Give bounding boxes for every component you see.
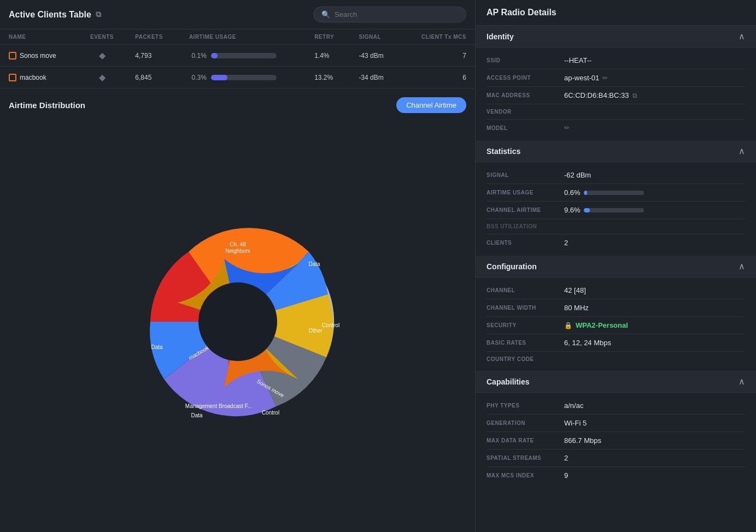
vendor-label: VENDOR — [487, 109, 558, 115]
airtime-cell: 0.1% — [180, 45, 306, 67]
client-name-cell: Sonos move — [0, 45, 78, 67]
search-icon: 🔍 — [321, 10, 330, 19]
channel-row: CHANNEL 42 [48] — [487, 282, 745, 299]
ap-edit-icon[interactable]: ✏ — [602, 74, 608, 82]
label-mgmt: Management Broadcast F... — [185, 403, 251, 409]
max-data-rate-value: 866.7 Mbps — [564, 436, 601, 445]
col-signal: SIGNAL — [350, 29, 400, 45]
security-label: SECURITY — [487, 322, 558, 328]
max-data-rate-label: MAX DATA RATE — [487, 438, 558, 444]
right-panel: AP Radio Details Identity ∧ SSID --HEAT-… — [476, 0, 756, 532]
mac-copy-icon[interactable]: ⧉ — [632, 92, 637, 99]
generation-label: GENERATION — [487, 420, 558, 426]
channel-airtime-label: CHANNEL AIRTIME — [487, 207, 558, 213]
label-control-right: Control — [321, 322, 339, 328]
col-events: EVENTS — [78, 29, 127, 45]
spatial-streams-row: SPATIAL STREAMS 2 — [487, 450, 745, 467]
airtime-bar-fill — [211, 75, 227, 80]
channel-label: CHANNEL — [487, 287, 558, 293]
stats-title: Statistics — [487, 147, 520, 156]
basic-rates-value: 6, 12, 24 Mbps — [564, 339, 611, 347]
security-value: 🔒 WPA2-Personal — [564, 321, 628, 329]
capabilities-section-header[interactable]: Capabilities ∧ — [476, 371, 756, 393]
label-control2: Control — [261, 410, 279, 416]
search-bar[interactable]: 🔍 — [313, 7, 466, 22]
left-title: Active Clients Table ⧉ — [9, 10, 101, 20]
channel-airtime-value: 9.6% — [564, 206, 644, 214]
lock-icon: 🔒 — [564, 322, 572, 329]
clients-value: 2 — [564, 239, 568, 247]
ap-row: ACCESS POINT ap-west-01 ✏ — [487, 69, 745, 87]
svg-text:Neighbors: Neighbors — [225, 248, 250, 254]
stats-chevron: ∧ — [739, 146, 745, 156]
airtime-usage-bar-fill — [584, 191, 588, 195]
identity-content: SSID --HEAT-- ACCESS POINT ap-west-01 ✏ … — [476, 48, 756, 140]
col-retry: RETRY — [306, 29, 350, 45]
table-row: Sonos move ◆ 4,793 0.1% 1.4% -43 dBm 7 — [0, 45, 475, 67]
col-name: NAME — [0, 29, 78, 45]
copy-icon[interactable]: ⧉ — [96, 10, 101, 19]
label-data-left: Data — [151, 344, 163, 350]
airtime-title: Airtime Distribution — [9, 101, 85, 110]
label-data3: Data — [191, 412, 203, 418]
device-icon — [9, 74, 16, 81]
channel-width-label: CHANNEL WIDTH — [487, 305, 558, 311]
identity-section-header[interactable]: Identity ∧ — [476, 26, 756, 48]
spatial-streams-label: SPATIAL STREAMS — [487, 455, 558, 461]
spatial-streams-value: 2 — [564, 454, 568, 462]
capabilities-content: PHY TYPES a/n/ac GENERATION Wi-Fi 5 MAX … — [476, 393, 756, 488]
signal-row: SIGNAL -62 dBm — [487, 167, 745, 184]
ssid-label: SSID — [487, 57, 558, 63]
packets-cell: 6,845 — [126, 67, 180, 88]
identity-title: Identity — [487, 32, 514, 41]
mac-value: 6C:CD:D6:B4:BC:33 ⧉ — [564, 91, 637, 99]
vendor-row: VENDOR — [487, 104, 745, 120]
airtime-bar-track — [211, 75, 277, 80]
airtime-header: Airtime Distribution Channel Airtime — [9, 97, 466, 113]
generation-value: Wi-Fi 5 — [564, 419, 587, 427]
airtime-percent: 0.3% — [189, 74, 207, 81]
search-input[interactable] — [335, 10, 458, 19]
retry-cell: 1.4% — [306, 45, 350, 67]
model-label: MODEL — [487, 125, 558, 131]
mac-row: MAC ADDRESS 6C:CD:D6:B4:BC:33 ⧉ — [487, 87, 745, 104]
client-name-label: Sonos move — [20, 52, 56, 60]
ap-value: ap-west-01 ✏ — [564, 74, 608, 82]
channel-airtime-row: CHANNEL AIRTIME 9.6% — [487, 202, 745, 219]
max-mcs-value: 9 — [564, 471, 568, 480]
col-packets: PACKETS — [126, 29, 180, 45]
config-section-header[interactable]: Configuration ∧ — [476, 256, 756, 277]
stats-content: SIGNAL -62 dBm AIRTIME USAGE 0.6% CHANNE… — [476, 162, 756, 256]
donut-chart: Ch. 48 Neighbors Other Management Broadc… — [134, 218, 342, 425]
active-clients-title: Active Clients Table — [9, 10, 91, 20]
left-header: Active Clients Table ⧉ 🔍 — [0, 0, 475, 29]
country-code-row: COUNTRY CODE — [487, 352, 745, 367]
mcs-cell: 7 — [401, 45, 475, 67]
left-panel: Active Clients Table ⧉ 🔍 NAME EVENTS PAC… — [0, 0, 476, 532]
ssid-value: --HEAT-- — [564, 56, 591, 64]
clients-table: NAME EVENTS PACKETS AIRTIME USAGE RETRY … — [0, 29, 475, 88]
label-data-right: Data — [308, 261, 320, 267]
signal-label: SIGNAL — [487, 172, 558, 178]
generation-row: GENERATION Wi-Fi 5 — [487, 415, 745, 432]
chart-container: Ch. 48 Neighbors Other Management Broadc… — [9, 120, 466, 523]
label-other: Other — [308, 328, 323, 334]
phy-row: PHY TYPES a/n/ac — [487, 397, 745, 415]
signal-value: -62 dBm — [564, 171, 591, 179]
config-title: Configuration — [487, 262, 537, 271]
basic-rates-row: BASIC RATES 6, 12, 24 Mbps — [487, 334, 745, 352]
stats-section-header[interactable]: Statistics ∧ — [476, 140, 756, 162]
airtime-bar-track — [211, 53, 277, 58]
airtime-percent: 0.1% — [189, 52, 207, 60]
col-mcs: CLIENT Tx MCS — [401, 29, 475, 45]
mcs-cell: 6 — [401, 67, 475, 88]
model-edit-icon[interactable]: ✏ — [564, 124, 570, 132]
mac-label: MAC ADDRESS — [487, 92, 558, 98]
channel-airtime-button[interactable]: Channel Airtime — [396, 97, 466, 113]
client-name-cell: macbook — [0, 67, 78, 88]
packets-cell: 4,793 — [126, 45, 180, 67]
bss-row: BSS UTILIZATION — [487, 219, 745, 234]
airtime-section: Airtime Distribution Channel Airtime — [0, 88, 475, 532]
phy-label: PHY TYPES — [487, 403, 558, 409]
country-code-label: COUNTRY CODE — [487, 356, 558, 362]
